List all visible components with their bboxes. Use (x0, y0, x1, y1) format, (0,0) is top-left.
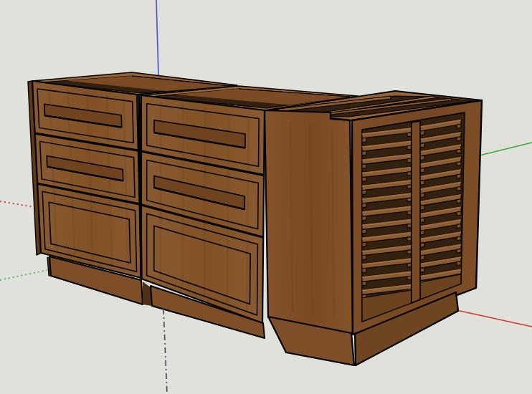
slat-end-tab (457, 261, 461, 266)
slat-end-tab (420, 206, 424, 210)
slat-end-tab (407, 250, 412, 254)
slat-end-tab (407, 276, 412, 280)
slat-end-tab (407, 185, 412, 189)
slat-end-tab (407, 211, 412, 215)
slat-end-tab (362, 216, 366, 221)
slat-end-tab (362, 138, 366, 142)
slat-end-tab (420, 155, 424, 160)
slat-end-tab (420, 168, 424, 173)
slat-end-tab (362, 229, 366, 234)
slat-end-tab (362, 282, 366, 286)
slat-end-tab (407, 133, 412, 137)
slat-end-tab (362, 164, 366, 168)
slat-end-tab (420, 243, 424, 247)
slat-end-tab (362, 177, 366, 181)
slat-end-tab (457, 125, 461, 129)
slat-end-tab (362, 242, 366, 246)
slat-end-tab (420, 255, 424, 259)
slat-end-tab (420, 231, 424, 235)
slat-end-tab (420, 130, 424, 135)
slat-end-tab (407, 172, 412, 176)
slat-end-tab (362, 268, 366, 272)
tray-rack-front-panel[interactable] (265, 110, 353, 334)
slat-end-tab (407, 145, 412, 150)
drawer-bay-1[interactable] (32, 81, 141, 278)
slat-end-tab (407, 263, 412, 267)
slat-end-tab (457, 187, 461, 191)
slat-end-tab (407, 224, 412, 228)
slat-end-tab (457, 199, 461, 203)
slat-end-tab (457, 249, 461, 254)
slat-end-tab (420, 143, 424, 148)
slat-end-tab (457, 149, 461, 153)
slat-end-tab (362, 255, 366, 259)
slat-end-tab (362, 190, 366, 194)
slat-end-tab (457, 137, 461, 141)
slat-end-tab (362, 203, 366, 207)
slat-end-tab (457, 162, 461, 166)
slat-end-tab (457, 211, 461, 216)
tray-rack-middle-stile[interactable] (412, 121, 420, 303)
slat-end-tab (407, 158, 412, 163)
slat-end-tab (407, 198, 412, 202)
slat-end-tab (420, 181, 424, 185)
slat-end-tab (420, 218, 424, 222)
slat-end-tab (457, 174, 461, 178)
slat-end-tab (407, 237, 412, 241)
slat-end-tab (420, 193, 424, 197)
model-viewport-canvas[interactable] (0, 0, 532, 394)
slat-end-tab (457, 236, 461, 241)
slat-end-tab (420, 268, 424, 272)
sketchup-viewport[interactable] (0, 0, 532, 394)
slat-end-tab (457, 224, 461, 229)
slat-end-tab (362, 151, 366, 155)
